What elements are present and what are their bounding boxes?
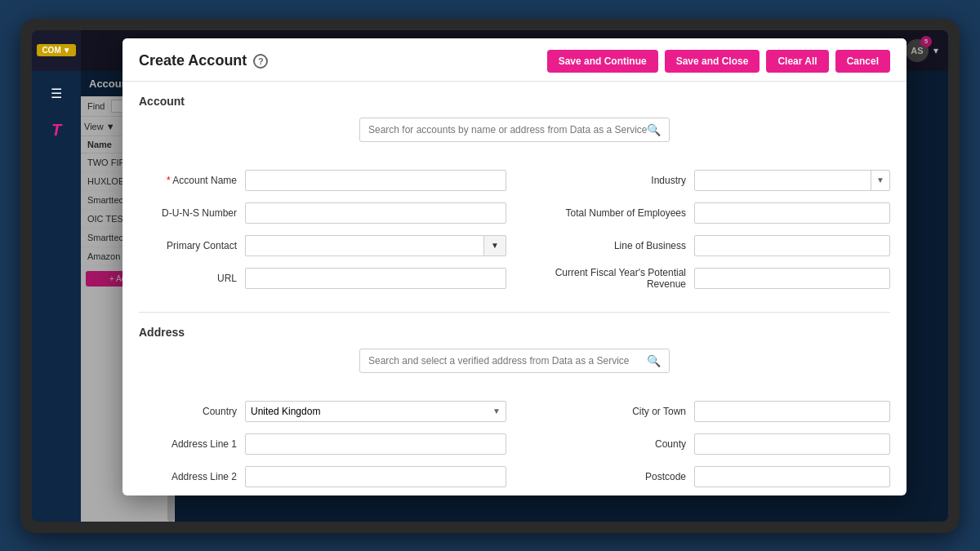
- screen: COM ▼ ☰ T AS 5 ▾: [32, 30, 948, 522]
- postcode-label: Postcode: [523, 471, 694, 482]
- create-account-modal: Create Account ? Save and Continue Save …: [122, 71, 906, 495]
- employees-input[interactable]: [694, 202, 890, 224]
- country-row: Country United Kingdom United States Can…: [139, 399, 506, 424]
- addr2-label: Address Line 2: [139, 471, 245, 482]
- employees-label: Total Number of Employees: [523, 207, 694, 219]
- primary-contact-wrapper: ▼: [245, 235, 506, 256]
- city-label: City or Town: [523, 406, 694, 417]
- device-frame: COM ▼ ☰ T AS 5 ▾: [20, 19, 960, 533]
- industry-label: Industry: [523, 175, 694, 186]
- address-search-bar: 🔍: [359, 349, 670, 373]
- account-section-title: Account: [139, 95, 890, 108]
- primary-contact-label: Primary Contact: [139, 240, 245, 251]
- industry-row: Industry Agriculture Technology Finance: [523, 168, 890, 193]
- county-input[interactable]: [694, 433, 890, 455]
- city-row: City or Town: [523, 399, 890, 424]
- modal-header: Create Account ? Save and Continue Save …: [122, 71, 906, 82]
- duns-input[interactable]: [245, 202, 506, 224]
- city-input[interactable]: [694, 401, 890, 422]
- primary-contact-input[interactable]: [245, 235, 483, 256]
- account-right-col: Industry Agriculture Technology Finance: [523, 168, 890, 299]
- postcode-input[interactable]: [694, 466, 890, 487]
- duns-row: D-U-N-S Number: [139, 201, 506, 225]
- save-close-button[interactable]: Save and Close: [665, 71, 760, 73]
- county-label: County: [523, 438, 694, 450]
- url-input[interactable]: [245, 268, 506, 289]
- line-of-business-row: Line of Business: [523, 233, 890, 258]
- country-select-wrapper: United Kingdom United States Canada Aust…: [245, 401, 506, 422]
- app-logo: T: [45, 114, 68, 146]
- postcode-row: Postcode: [523, 464, 890, 489]
- com-arrow: ▼: [63, 46, 71, 55]
- main-content: AS 5 ▾ Account Find Name: [81, 30, 948, 522]
- account-name-row: Account Name: [139, 168, 506, 193]
- employees-row: Total Number of Employees: [523, 201, 890, 225]
- address-search-input[interactable]: [368, 355, 647, 367]
- sidebar-top: COM ▼: [32, 30, 81, 71]
- section-divider: [139, 312, 890, 313]
- account-search-input[interactable]: [368, 124, 647, 136]
- content-area: Account Find Name View ▼ Name TWO FIRS H…: [81, 71, 948, 522]
- industry-select[interactable]: Agriculture Technology Finance Healthcar…: [695, 171, 871, 190]
- account-name-input[interactable]: [245, 170, 506, 191]
- account-form-grid: Account Name D-U-N-S Number: [139, 168, 890, 299]
- primary-contact-dropdown-btn[interactable]: ▼: [483, 235, 506, 256]
- address-right-col: City or Town County: [523, 399, 890, 495]
- modal-body: Account 🔍: [122, 82, 906, 495]
- address-form-grid: Country United Kingdom United States Can…: [139, 399, 890, 495]
- address-section-title: Address: [139, 326, 890, 339]
- account-left-col: Account Name D-U-N-S Number: [139, 168, 506, 299]
- sidebar-nav: ☰ T: [44, 71, 69, 154]
- revenue-label: Current Fiscal Year's Potential Revenue: [523, 267, 694, 290]
- address-search-icon: 🔍: [647, 354, 661, 367]
- addr2-input[interactable]: [245, 466, 506, 487]
- duns-label: D-U-N-S Number: [139, 207, 245, 219]
- hamburger-icon[interactable]: ☰: [44, 79, 69, 108]
- addr1-row: Address Line 1: [139, 432, 506, 456]
- primary-contact-row: Primary Contact ▼: [139, 233, 506, 258]
- save-continue-button[interactable]: Save and Continue: [547, 71, 658, 73]
- revenue-row: Current Fiscal Year's Potential Revenue: [523, 266, 890, 291]
- country-select[interactable]: United Kingdom United States Canada Aust…: [246, 402, 506, 421]
- cancel-button[interactable]: Cancel: [835, 71, 890, 73]
- address-left-col: Country United Kingdom United States Can…: [139, 399, 506, 495]
- country-label: Country: [139, 406, 245, 417]
- county-row: County: [523, 432, 890, 456]
- line-of-business-label: Line of Business: [523, 240, 694, 251]
- revenue-input[interactable]: [694, 268, 890, 289]
- clear-all-button[interactable]: Clear All: [766, 71, 828, 73]
- account-name-label: Account Name: [139, 175, 245, 186]
- com-dropdown[interactable]: COM ▼: [37, 44, 75, 56]
- com-label: COM: [42, 46, 60, 55]
- addr1-label: Address Line 1: [139, 438, 245, 450]
- line-of-business-input[interactable]: [694, 235, 890, 256]
- addr2-row: Address Line 2: [139, 464, 506, 489]
- search-icon: 🔍: [647, 123, 661, 136]
- modal-overlay: Create Account ? Save and Continue Save …: [81, 71, 948, 522]
- sidebar: COM ▼ ☰ T: [32, 30, 81, 522]
- industry-chevron: ▼: [871, 171, 889, 190]
- modal-actions: Save and Continue Save and Close Clear A…: [547, 71, 890, 73]
- url-row: URL: [139, 266, 506, 291]
- url-label: URL: [139, 273, 245, 284]
- industry-select-wrapper: Agriculture Technology Finance Healthcar…: [694, 170, 890, 191]
- account-search-bar: 🔍: [359, 118, 670, 142]
- addr1-input[interactable]: [245, 433, 506, 455]
